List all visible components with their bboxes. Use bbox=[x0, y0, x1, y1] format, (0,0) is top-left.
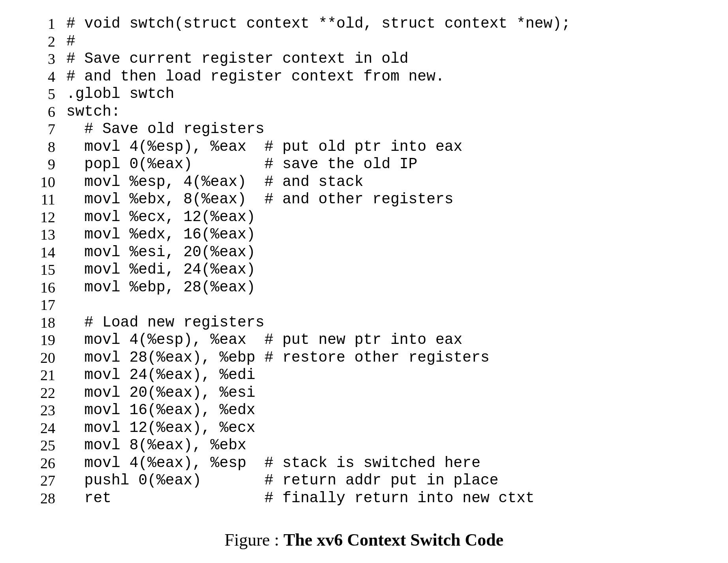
caption-separator: : bbox=[274, 530, 283, 550]
figure-caption: Figure : The xv6 Context Switch Code bbox=[20, 530, 708, 550]
line-number: 28 bbox=[20, 490, 55, 507]
code-line: movl 16(%eax), %edx bbox=[66, 402, 708, 419]
figure-prefix: Figure bbox=[225, 530, 270, 550]
code-line: movl 4(%esp), %eax # put new ptr into ea… bbox=[66, 331, 708, 349]
code-line: movl %ebx, 8(%eax) # and other registers bbox=[66, 191, 708, 208]
line-number: 8 bbox=[20, 138, 55, 156]
line-number: 24 bbox=[20, 419, 55, 437]
line-number: 16 bbox=[20, 279, 55, 297]
line-number: 12 bbox=[20, 208, 55, 226]
line-number: 17 bbox=[20, 296, 55, 314]
code-line: movl 4(%eax), %esp # stack is switched h… bbox=[66, 454, 708, 472]
code-line: movl 8(%eax), %ebx bbox=[66, 437, 708, 454]
line-number: 13 bbox=[20, 226, 55, 244]
code-line: movl %esp, 4(%eax) # and stack bbox=[66, 173, 708, 191]
line-number: 1 bbox=[20, 15, 55, 33]
line-number: 14 bbox=[20, 244, 55, 261]
line-number: 2 bbox=[20, 33, 55, 51]
line-number: 19 bbox=[20, 331, 55, 349]
line-number: 25 bbox=[20, 437, 55, 454]
code-line: # Save current register context in old bbox=[66, 50, 708, 68]
code-line: movl %ebp, 28(%eax) bbox=[66, 279, 708, 297]
line-number: 3 bbox=[20, 50, 55, 68]
code-listing: 1# void swtch(struct context **old, stru… bbox=[20, 15, 708, 507]
line-number: 5 bbox=[20, 85, 55, 103]
line-number: 23 bbox=[20, 402, 55, 419]
line-number: 22 bbox=[20, 384, 55, 402]
code-line: # bbox=[66, 33, 708, 51]
code-line: # Save old registers bbox=[66, 120, 708, 138]
line-number: 6 bbox=[20, 103, 55, 121]
code-line: movl %edi, 24(%eax) bbox=[66, 261, 708, 279]
line-number: 18 bbox=[20, 314, 55, 332]
code-line: movl 28(%eax), %ebp # restore other regi… bbox=[66, 349, 708, 367]
code-line: swtch: bbox=[66, 103, 708, 121]
line-number: 4 bbox=[20, 68, 55, 86]
line-number: 7 bbox=[20, 120, 55, 138]
code-line: # and then load register context from ne… bbox=[66, 68, 708, 86]
line-number: 27 bbox=[20, 472, 55, 490]
code-line: pushl 0(%eax) # return addr put in place bbox=[66, 472, 708, 490]
code-line: movl 12(%eax), %ecx bbox=[66, 419, 708, 437]
line-number: 26 bbox=[20, 454, 55, 472]
page: 1# void swtch(struct context **old, stru… bbox=[0, 0, 728, 563]
code-line: # void swtch(struct context **old, struc… bbox=[66, 15, 708, 33]
line-number: 21 bbox=[20, 366, 55, 384]
code-line: movl %esi, 20(%eax) bbox=[66, 244, 708, 261]
code-line: popl 0(%eax) # save the old IP bbox=[66, 156, 708, 173]
figure-label: Figure bbox=[225, 530, 274, 550]
code-line: ret # finally return into new ctxt bbox=[66, 490, 708, 507]
code-line: # Load new registers bbox=[66, 314, 708, 332]
line-number: 9 bbox=[20, 156, 55, 173]
code-line: movl %ecx, 12(%eax) bbox=[66, 208, 708, 226]
line-number: 15 bbox=[20, 261, 55, 279]
code-line bbox=[66, 296, 708, 314]
code-line: movl 4(%esp), %eax # put old ptr into ea… bbox=[66, 138, 708, 156]
figure-title: The xv6 Context Switch Code bbox=[283, 530, 503, 550]
code-line: movl 20(%eax), %esi bbox=[66, 384, 708, 402]
line-number: 20 bbox=[20, 349, 55, 367]
code-line: movl %edx, 16(%eax) bbox=[66, 226, 708, 244]
code-line: movl 24(%eax), %edi bbox=[66, 366, 708, 384]
line-number: 11 bbox=[20, 191, 55, 208]
code-line: .globl swtch bbox=[66, 85, 708, 103]
line-number: 10 bbox=[20, 173, 55, 191]
